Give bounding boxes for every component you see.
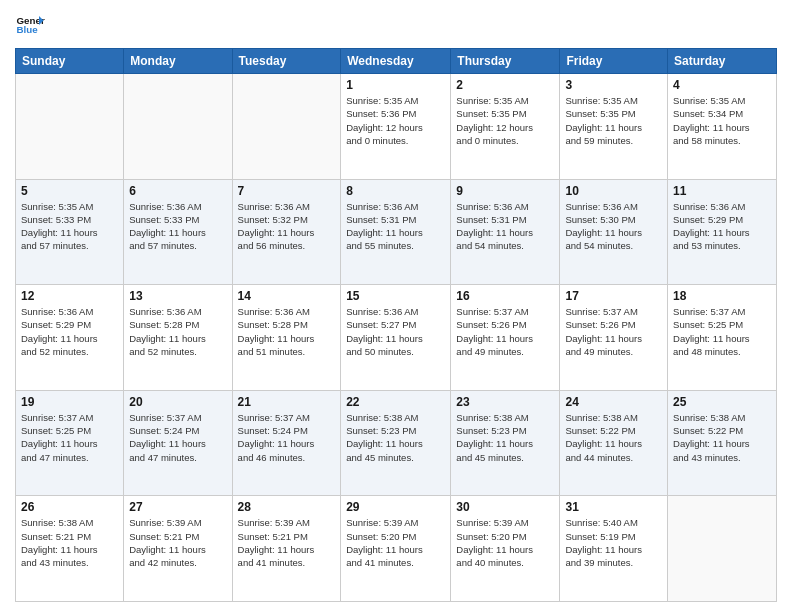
day-info: Sunrise: 5:38 AM Sunset: 5:23 PM Dayligh… xyxy=(456,411,554,464)
day-info: Sunrise: 5:35 AM Sunset: 5:35 PM Dayligh… xyxy=(565,94,662,147)
day-number: 21 xyxy=(238,395,336,409)
day-number: 23 xyxy=(456,395,554,409)
calendar-cell: 30Sunrise: 5:39 AM Sunset: 5:20 PM Dayli… xyxy=(451,496,560,602)
calendar-cell: 9Sunrise: 5:36 AM Sunset: 5:31 PM Daylig… xyxy=(451,179,560,285)
day-number: 18 xyxy=(673,289,771,303)
day-number: 30 xyxy=(456,500,554,514)
day-info: Sunrise: 5:36 AM Sunset: 5:28 PM Dayligh… xyxy=(238,305,336,358)
day-number: 20 xyxy=(129,395,226,409)
day-number: 29 xyxy=(346,500,445,514)
day-number: 22 xyxy=(346,395,445,409)
calendar-cell: 24Sunrise: 5:38 AM Sunset: 5:22 PM Dayli… xyxy=(560,390,668,496)
calendar-cell: 27Sunrise: 5:39 AM Sunset: 5:21 PM Dayli… xyxy=(124,496,232,602)
day-number: 31 xyxy=(565,500,662,514)
day-info: Sunrise: 5:37 AM Sunset: 5:24 PM Dayligh… xyxy=(238,411,336,464)
day-number: 4 xyxy=(673,78,771,92)
day-number: 2 xyxy=(456,78,554,92)
day-info: Sunrise: 5:36 AM Sunset: 5:28 PM Dayligh… xyxy=(129,305,226,358)
day-info: Sunrise: 5:38 AM Sunset: 5:21 PM Dayligh… xyxy=(21,516,118,569)
day-info: Sunrise: 5:36 AM Sunset: 5:31 PM Dayligh… xyxy=(346,200,445,253)
calendar-cell: 18Sunrise: 5:37 AM Sunset: 5:25 PM Dayli… xyxy=(668,285,777,391)
calendar-cell: 25Sunrise: 5:38 AM Sunset: 5:22 PM Dayli… xyxy=(668,390,777,496)
calendar-cell: 23Sunrise: 5:38 AM Sunset: 5:23 PM Dayli… xyxy=(451,390,560,496)
logo: General Blue xyxy=(15,10,45,40)
calendar-cell: 11Sunrise: 5:36 AM Sunset: 5:29 PM Dayli… xyxy=(668,179,777,285)
calendar-cell xyxy=(16,74,124,180)
calendar-cell: 20Sunrise: 5:37 AM Sunset: 5:24 PM Dayli… xyxy=(124,390,232,496)
calendar-cell: 5Sunrise: 5:35 AM Sunset: 5:33 PM Daylig… xyxy=(16,179,124,285)
day-info: Sunrise: 5:39 AM Sunset: 5:20 PM Dayligh… xyxy=(346,516,445,569)
weekday-header-monday: Monday xyxy=(124,49,232,74)
day-number: 16 xyxy=(456,289,554,303)
weekday-header-saturday: Saturday xyxy=(668,49,777,74)
calendar-cell: 10Sunrise: 5:36 AM Sunset: 5:30 PM Dayli… xyxy=(560,179,668,285)
calendar-cell xyxy=(668,496,777,602)
day-info: Sunrise: 5:36 AM Sunset: 5:29 PM Dayligh… xyxy=(21,305,118,358)
header: General Blue xyxy=(15,10,777,40)
day-info: Sunrise: 5:39 AM Sunset: 5:21 PM Dayligh… xyxy=(129,516,226,569)
day-info: Sunrise: 5:35 AM Sunset: 5:35 PM Dayligh… xyxy=(456,94,554,147)
day-number: 26 xyxy=(21,500,118,514)
calendar-cell: 8Sunrise: 5:36 AM Sunset: 5:31 PM Daylig… xyxy=(341,179,451,285)
day-info: Sunrise: 5:37 AM Sunset: 5:26 PM Dayligh… xyxy=(456,305,554,358)
week-row-1: 1Sunrise: 5:35 AM Sunset: 5:36 PM Daylig… xyxy=(16,74,777,180)
day-number: 12 xyxy=(21,289,118,303)
calendar-cell: 1Sunrise: 5:35 AM Sunset: 5:36 PM Daylig… xyxy=(341,74,451,180)
week-row-3: 12Sunrise: 5:36 AM Sunset: 5:29 PM Dayli… xyxy=(16,285,777,391)
day-number: 7 xyxy=(238,184,336,198)
svg-text:Blue: Blue xyxy=(17,24,39,35)
day-info: Sunrise: 5:38 AM Sunset: 5:22 PM Dayligh… xyxy=(673,411,771,464)
calendar-cell: 15Sunrise: 5:36 AM Sunset: 5:27 PM Dayli… xyxy=(341,285,451,391)
weekday-header-sunday: Sunday xyxy=(16,49,124,74)
weekday-header-row: SundayMondayTuesdayWednesdayThursdayFrid… xyxy=(16,49,777,74)
day-number: 11 xyxy=(673,184,771,198)
day-info: Sunrise: 5:36 AM Sunset: 5:33 PM Dayligh… xyxy=(129,200,226,253)
calendar-cell: 21Sunrise: 5:37 AM Sunset: 5:24 PM Dayli… xyxy=(232,390,341,496)
calendar-cell: 4Sunrise: 5:35 AM Sunset: 5:34 PM Daylig… xyxy=(668,74,777,180)
day-info: Sunrise: 5:37 AM Sunset: 5:24 PM Dayligh… xyxy=(129,411,226,464)
day-info: Sunrise: 5:36 AM Sunset: 5:32 PM Dayligh… xyxy=(238,200,336,253)
day-number: 8 xyxy=(346,184,445,198)
calendar-cell: 13Sunrise: 5:36 AM Sunset: 5:28 PM Dayli… xyxy=(124,285,232,391)
day-info: Sunrise: 5:39 AM Sunset: 5:20 PM Dayligh… xyxy=(456,516,554,569)
calendar-cell: 16Sunrise: 5:37 AM Sunset: 5:26 PM Dayli… xyxy=(451,285,560,391)
weekday-header-wednesday: Wednesday xyxy=(341,49,451,74)
week-row-4: 19Sunrise: 5:37 AM Sunset: 5:25 PM Dayli… xyxy=(16,390,777,496)
day-number: 14 xyxy=(238,289,336,303)
day-number: 10 xyxy=(565,184,662,198)
day-number: 25 xyxy=(673,395,771,409)
day-number: 28 xyxy=(238,500,336,514)
calendar-cell: 2Sunrise: 5:35 AM Sunset: 5:35 PM Daylig… xyxy=(451,74,560,180)
day-number: 6 xyxy=(129,184,226,198)
day-info: Sunrise: 5:36 AM Sunset: 5:27 PM Dayligh… xyxy=(346,305,445,358)
day-number: 19 xyxy=(21,395,118,409)
day-info: Sunrise: 5:35 AM Sunset: 5:34 PM Dayligh… xyxy=(673,94,771,147)
calendar-cell: 12Sunrise: 5:36 AM Sunset: 5:29 PM Dayli… xyxy=(16,285,124,391)
day-number: 27 xyxy=(129,500,226,514)
day-info: Sunrise: 5:40 AM Sunset: 5:19 PM Dayligh… xyxy=(565,516,662,569)
day-number: 13 xyxy=(129,289,226,303)
day-number: 1 xyxy=(346,78,445,92)
calendar-cell: 17Sunrise: 5:37 AM Sunset: 5:26 PM Dayli… xyxy=(560,285,668,391)
calendar-cell xyxy=(232,74,341,180)
day-info: Sunrise: 5:37 AM Sunset: 5:26 PM Dayligh… xyxy=(565,305,662,358)
calendar-cell: 26Sunrise: 5:38 AM Sunset: 5:21 PM Dayli… xyxy=(16,496,124,602)
calendar-cell: 28Sunrise: 5:39 AM Sunset: 5:21 PM Dayli… xyxy=(232,496,341,602)
day-number: 24 xyxy=(565,395,662,409)
day-info: Sunrise: 5:37 AM Sunset: 5:25 PM Dayligh… xyxy=(21,411,118,464)
day-info: Sunrise: 5:36 AM Sunset: 5:31 PM Dayligh… xyxy=(456,200,554,253)
calendar-cell: 6Sunrise: 5:36 AM Sunset: 5:33 PM Daylig… xyxy=(124,179,232,285)
day-info: Sunrise: 5:37 AM Sunset: 5:25 PM Dayligh… xyxy=(673,305,771,358)
calendar-cell: 29Sunrise: 5:39 AM Sunset: 5:20 PM Dayli… xyxy=(341,496,451,602)
day-info: Sunrise: 5:36 AM Sunset: 5:30 PM Dayligh… xyxy=(565,200,662,253)
day-info: Sunrise: 5:36 AM Sunset: 5:29 PM Dayligh… xyxy=(673,200,771,253)
calendar-cell: 19Sunrise: 5:37 AM Sunset: 5:25 PM Dayli… xyxy=(16,390,124,496)
calendar-cell: 22Sunrise: 5:38 AM Sunset: 5:23 PM Dayli… xyxy=(341,390,451,496)
day-info: Sunrise: 5:35 AM Sunset: 5:33 PM Dayligh… xyxy=(21,200,118,253)
weekday-header-thursday: Thursday xyxy=(451,49,560,74)
day-number: 15 xyxy=(346,289,445,303)
calendar-cell: 14Sunrise: 5:36 AM Sunset: 5:28 PM Dayli… xyxy=(232,285,341,391)
day-info: Sunrise: 5:39 AM Sunset: 5:21 PM Dayligh… xyxy=(238,516,336,569)
day-number: 9 xyxy=(456,184,554,198)
day-info: Sunrise: 5:38 AM Sunset: 5:23 PM Dayligh… xyxy=(346,411,445,464)
